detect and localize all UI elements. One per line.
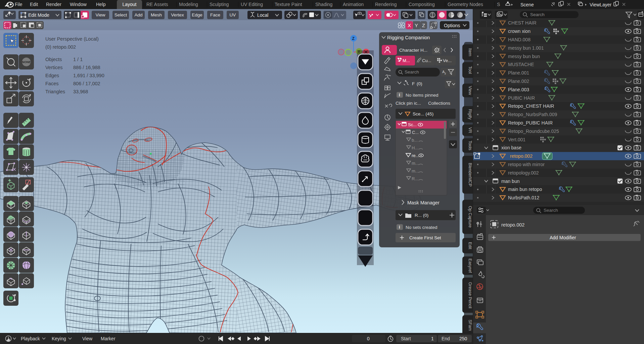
svg-text:PUBIC HAIR: PUBIC HAIR xyxy=(508,95,535,101)
svg-text:retopo.002: retopo.002 xyxy=(510,153,533,159)
svg-text:b...: b... xyxy=(412,138,418,143)
svg-text:R... (0): R... (0) xyxy=(415,213,428,218)
svg-text:Keying: Keying xyxy=(52,336,66,341)
svg-text:Op Capture: Op Capture xyxy=(468,206,472,228)
svg-text:VR: VR xyxy=(468,127,472,133)
svg-text:Retopo_PUBIC HAIR: Retopo_PUBIC HAIR xyxy=(508,120,553,126)
svg-text:Character H...: Character H... xyxy=(399,48,427,53)
svg-text:End: End xyxy=(442,336,450,341)
svg-text:messy bun 1.001: messy bun 1.001 xyxy=(508,45,544,51)
svg-text:Item: Item xyxy=(468,48,472,56)
svg-text:X: X xyxy=(408,22,411,28)
svg-text:View: View xyxy=(82,336,93,341)
svg-text:R...: R... xyxy=(412,176,418,181)
svg-text:NONE: NONE xyxy=(22,60,31,64)
svg-text:i: i xyxy=(399,93,400,97)
svg-text:Search: Search xyxy=(530,12,545,17)
svg-text:Cu...: Cu... xyxy=(422,58,431,63)
svg-text:crown xion: crown xion xyxy=(508,29,531,34)
svg-text:1: 1 xyxy=(431,336,434,341)
svg-text:Create First Set: Create First Set xyxy=(409,235,441,240)
svg-text:Ve...: Ve... xyxy=(443,58,452,63)
svg-text:Retopo_Roundcube.025: Retopo_Roundcube.025 xyxy=(508,129,559,134)
svg-text:Search: Search xyxy=(544,208,558,213)
svg-text:main bun retopo: main bun retopo xyxy=(508,187,542,192)
svg-text:No items pinned: No items pinned xyxy=(406,93,439,98)
svg-text:Tool: Tool xyxy=(468,66,472,74)
svg-text:Edit Mode: Edit Mode xyxy=(28,12,49,18)
svg-text:View: View xyxy=(468,86,472,95)
svg-text:Mask Manager: Mask Manager xyxy=(407,200,440,205)
svg-text:Retopo_CHEST HAIR: Retopo_CHEST HAIR xyxy=(508,103,554,109)
svg-text:C...: C... xyxy=(412,130,419,135)
svg-text:Sc...: Sc... xyxy=(408,122,417,127)
svg-text:ViewLayer: ViewLayer xyxy=(590,2,611,7)
svg-text:Plane.001: Plane.001 xyxy=(508,70,529,76)
svg-text:Z: Z xyxy=(422,22,425,28)
svg-text:F: F xyxy=(412,81,415,86)
svg-text:SFam: SFam xyxy=(468,320,472,331)
svg-text:retopo.002: retopo.002 xyxy=(501,222,524,228)
svg-text:Scene: Scene xyxy=(520,2,534,7)
svg-text:Search: Search xyxy=(405,69,419,75)
svg-text:m...: m... xyxy=(412,168,419,174)
svg-text:Marker: Marker xyxy=(101,336,116,341)
svg-text:Sce... (45): Sce... (45) xyxy=(413,111,433,116)
svg-text:man bun: man bun xyxy=(501,179,519,184)
svg-text:Vert.001: Vert.001 xyxy=(508,137,525,142)
svg-text:0: 0 xyxy=(367,336,370,341)
svg-text:m...: m... xyxy=(412,161,419,166)
svg-text:Tools: Tools xyxy=(468,141,472,150)
svg-text:Retopo_NurbsPath.009: Retopo_NurbsPath.009 xyxy=(508,112,557,117)
svg-text:Playback: Playback xyxy=(21,336,40,341)
svg-text:BlenderMCP: BlenderMCP xyxy=(468,163,472,187)
svg-text:Plane.003: Plane.003 xyxy=(508,87,529,92)
svg-text:Add Modifier: Add Modifier xyxy=(550,235,576,240)
svg-text:MUSTACHE: MUSTACHE xyxy=(508,62,534,67)
svg-text:250: 250 xyxy=(459,336,467,341)
svg-text:xion base: xion base xyxy=(501,145,521,150)
svg-text:z: z xyxy=(445,72,446,75)
svg-text:(0): (0) xyxy=(417,81,422,86)
svg-text:Start: Start xyxy=(401,336,411,341)
svg-text:No sets created: No sets created xyxy=(406,225,438,230)
svg-text:Easyref: Easyref xyxy=(468,258,472,273)
svg-text:re...: re... xyxy=(412,153,419,158)
svg-text:M...: M... xyxy=(403,58,410,63)
svg-text:Plane.002: Plane.002 xyxy=(508,79,529,84)
svg-text:Z: Z xyxy=(352,36,355,41)
svg-text:retopology.002: retopology.002 xyxy=(508,170,539,176)
svg-text:retopo with mirror: retopo with mirror xyxy=(508,162,545,167)
svg-text:messy bun bun: messy bun bun xyxy=(508,54,540,59)
svg-text:Collections: Collections xyxy=(428,101,450,106)
svg-text:NurbsPath.012: NurbsPath.012 xyxy=(508,195,540,200)
svg-text:Grease Pencil: Grease Pencil xyxy=(468,282,472,308)
svg-text:Rigging Companion: Rigging Companion xyxy=(387,35,430,40)
svg-text:Options: Options xyxy=(444,23,460,28)
svg-text:H...: H... xyxy=(412,145,418,150)
svg-text:CHEST HAIR: CHEST HAIR xyxy=(508,20,537,26)
svg-text:Local: Local xyxy=(257,12,268,18)
svg-text:Rigify: Rigify xyxy=(468,109,472,120)
svg-text:Edit: Edit xyxy=(468,242,472,249)
svg-text:Click pin ic...: Click pin ic... xyxy=(396,101,421,106)
svg-text:HAND.008: HAND.008 xyxy=(508,37,531,42)
svg-text:i: i xyxy=(399,225,400,230)
svg-text:Y: Y xyxy=(415,22,418,28)
